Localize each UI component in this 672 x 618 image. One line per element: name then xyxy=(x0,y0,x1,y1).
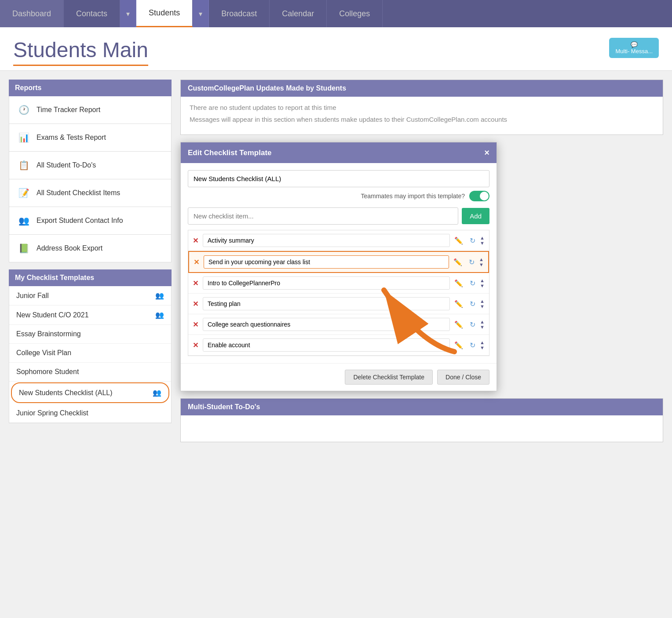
refresh-icon-2[interactable]: ↻ xyxy=(466,277,478,289)
done-close-button[interactable]: Done / Close xyxy=(437,370,489,385)
nav-broadcast-label: Broadcast xyxy=(221,9,257,18)
delete-icon-1[interactable]: ✕ xyxy=(194,258,199,266)
chevron-down-icon: ▾ xyxy=(126,10,130,18)
up-arrow-1[interactable]: ▲ xyxy=(479,257,484,262)
report-time-tracker[interactable]: 🕐 Time Tracker Report xyxy=(9,96,172,124)
checklist-section: My Checklist Templates Junior Fall 👥 New… xyxy=(9,269,172,423)
page-header: Students Main 💬 Multi- Messa... xyxy=(0,27,672,71)
add-item-button[interactable]: Add xyxy=(462,208,489,224)
updates-header: CustomCollegePlan Updates Made by Studen… xyxy=(181,80,663,97)
nav-contacts[interactable]: Contacts xyxy=(64,0,120,27)
checklist-item-junior-fall[interactable]: Junior Fall 👥 xyxy=(9,286,171,305)
report-address-book[interactable]: 📗 Address Book Export xyxy=(9,235,172,262)
edit-icon-5[interactable]: ✏️ xyxy=(453,339,465,351)
new-item-input[interactable] xyxy=(188,207,458,225)
checklist-item-college-visit[interactable]: College Visit Plan xyxy=(9,344,171,363)
updates-messages-text: Messages will appear in this section whe… xyxy=(190,116,654,123)
item-input-4[interactable] xyxy=(203,318,450,331)
up-arrow-2[interactable]: ▲ xyxy=(480,278,485,283)
item-input-5[interactable] xyxy=(203,338,450,352)
chevron-down-icon-2: ▾ xyxy=(199,10,202,18)
book-icon: 📗 xyxy=(16,241,31,256)
nav-calendar[interactable]: Calendar xyxy=(270,0,327,27)
checklist-section-header: My Checklist Templates xyxy=(9,269,172,286)
modal-item-2: ✕ ✏️ ↻ ▲ ▼ xyxy=(188,273,489,294)
item-input-1[interactable] xyxy=(204,255,449,269)
checklist-sophomore-label: Sophomore Student xyxy=(16,368,79,376)
checklist-item-new-students-all[interactable]: New Students Checklist (ALL) 👥 xyxy=(11,382,169,403)
report-checklist-items[interactable]: 📝 All Student Checklist Items xyxy=(9,179,172,207)
delete-icon-2[interactable]: ✕ xyxy=(193,279,198,287)
multi-message-button[interactable]: 💬 Multi- Messa... xyxy=(609,38,659,58)
up-arrow-0[interactable]: ▲ xyxy=(480,236,485,240)
item-input-2[interactable] xyxy=(203,276,450,290)
nav-dashboard-label: Dashboard xyxy=(12,9,51,18)
down-arrow-5[interactable]: ▼ xyxy=(480,345,485,350)
nav-colleges[interactable]: Colleges xyxy=(327,0,383,27)
up-arrow-4[interactable]: ▲ xyxy=(480,320,485,324)
multi-student-header: Multi-Student To-Do's xyxy=(181,399,663,415)
nav-dashboard[interactable]: Dashboard xyxy=(0,0,64,27)
item-input-0[interactable] xyxy=(203,234,450,247)
refresh-icon-1[interactable]: ↻ xyxy=(465,256,478,268)
edit-icon-3[interactable]: ✏️ xyxy=(453,298,465,310)
reports-section-header: Reports xyxy=(9,80,172,96)
checklist-item-sophomore[interactable]: Sophomore Student xyxy=(9,363,171,382)
down-arrow-4[interactable]: ▼ xyxy=(480,325,485,330)
down-arrow-1[interactable]: ▼ xyxy=(479,262,484,267)
edit-icon-0[interactable]: ✏️ xyxy=(453,234,465,247)
checklist-item-junior-spring[interactable]: Junior Spring Checklist xyxy=(9,404,171,423)
report-todos[interactable]: 📋 All Student To-Do's xyxy=(9,152,172,179)
nav-contacts-label: Contacts xyxy=(76,9,107,18)
delete-icon-0[interactable]: ✕ xyxy=(193,236,198,245)
modal-header: Edit Checklist Template × xyxy=(181,142,497,163)
modal-item-3: ✕ ✏️ ↻ ▲ ▼ xyxy=(188,294,489,314)
down-arrow-0[interactable]: ▼ xyxy=(480,241,485,246)
delete-template-button[interactable]: Delete Checklist Template xyxy=(345,370,433,385)
delete-icon-3[interactable]: ✕ xyxy=(193,300,198,308)
edit-icon-2[interactable]: ✏️ xyxy=(453,277,465,289)
updates-section: CustomCollegePlan Updates Made by Studen… xyxy=(180,80,663,135)
refresh-icon-4[interactable]: ↻ xyxy=(466,318,478,331)
students-dropdown[interactable]: ▾ xyxy=(193,0,209,27)
teammates-label: Teammates may import this template? xyxy=(361,193,465,200)
report-exams-tests[interactable]: 📊 Exams & Tests Report xyxy=(9,124,172,152)
multi-student-content xyxy=(181,415,663,442)
delete-icon-5[interactable]: ✕ xyxy=(193,341,198,349)
up-arrow-3[interactable]: ▲ xyxy=(480,299,485,304)
refresh-icon-0[interactable]: ↻ xyxy=(466,234,478,247)
modal-body: Teammates may import this template? Add … xyxy=(181,163,497,363)
clipboard-icon: 📋 xyxy=(16,158,31,173)
down-arrow-2[interactable]: ▼ xyxy=(480,284,485,288)
teammates-toggle[interactable] xyxy=(469,191,489,201)
checklist-scroll[interactable]: Junior Fall 👥 New Student C/O 2021 👥 Ess… xyxy=(9,286,171,423)
nav-broadcast[interactable]: Broadcast xyxy=(209,0,270,27)
contacts-dropdown[interactable]: ▾ xyxy=(120,0,136,27)
multi-message-label: Multi- Messa... xyxy=(615,48,653,55)
people-icon: 👥 xyxy=(16,213,31,228)
checklist-item-new-student[interactable]: New Student C/O 2021 👥 xyxy=(9,305,171,325)
chart-icon: 📊 xyxy=(16,130,31,145)
down-arrow-3[interactable]: ▼ xyxy=(480,304,485,309)
template-name-input[interactable] xyxy=(188,170,489,187)
up-arrow-5[interactable]: ▲ xyxy=(480,340,485,345)
refresh-icon-3[interactable]: ↻ xyxy=(466,298,478,310)
modal-close-button[interactable]: × xyxy=(484,148,489,158)
edit-icon-1[interactable]: ✏️ xyxy=(452,256,464,268)
item-input-3[interactable] xyxy=(203,297,450,310)
multi-student-section: Multi-Student To-Do's xyxy=(180,398,663,442)
checklist-item-essay[interactable]: Essay Brainstorming xyxy=(9,325,171,344)
checklist-new-students-all-label: New Students Checklist (ALL) xyxy=(19,389,113,397)
report-todos-label: All Student To-Do's xyxy=(37,161,96,169)
report-address-book-label: Address Book Export xyxy=(37,244,102,252)
teammates-toggle-row: Teammates may import this template? xyxy=(188,191,489,201)
edit-icon-4[interactable]: ✏️ xyxy=(453,318,465,331)
up-down-0: ▲ ▼ xyxy=(480,236,485,246)
nav-students[interactable]: Students xyxy=(136,0,193,27)
notepad-icon: 📝 xyxy=(16,185,31,200)
refresh-icon-5[interactable]: ↻ xyxy=(466,339,478,351)
report-export-contact[interactable]: 👥 Export Student Contact Info xyxy=(9,207,172,235)
clock-icon: 🕐 xyxy=(16,102,31,117)
checklist-modal-items: ✕ ✏️ ↻ ▲ ▼ ✕ xyxy=(188,230,489,356)
delete-icon-4[interactable]: ✕ xyxy=(193,320,198,329)
